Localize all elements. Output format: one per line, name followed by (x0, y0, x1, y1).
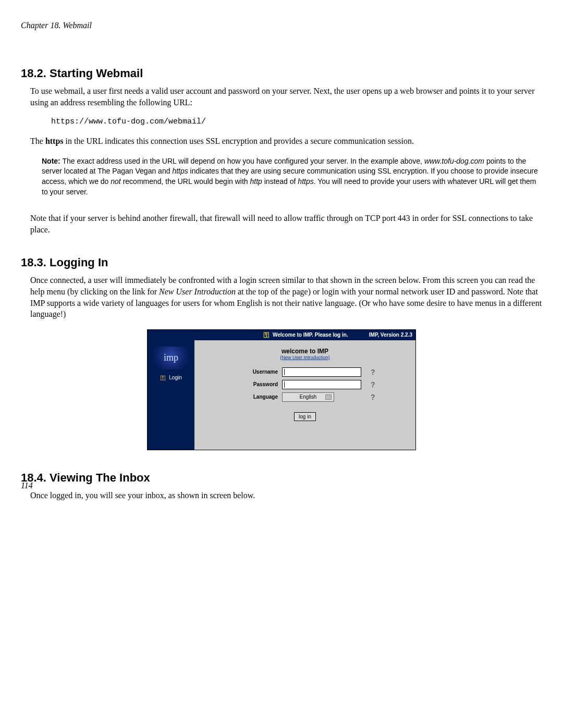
section-182-p2: The https in the URL indicates this conn… (30, 135, 542, 147)
language-label: Language (194, 394, 282, 400)
imp-top-title: Welcome to IMP. Please log in. (273, 332, 348, 338)
help-icon[interactable]: ? (371, 380, 375, 389)
new-user-link[interactable]: (New User Introduction) (194, 355, 415, 360)
language-select[interactable]: English (282, 392, 334, 402)
imp-topbar: ⚿ Welcome to IMP. Please log in. IMP, Ve… (148, 330, 415, 340)
username-label: Username (194, 369, 282, 375)
section-182-p1: To use webmail, a user first needs a val… (30, 85, 542, 108)
section-183-p1: Once connected, a user will immediately … (30, 275, 542, 319)
password-input[interactable] (282, 380, 361, 389)
text-cursor (284, 369, 285, 375)
note-label: Note: (42, 157, 60, 165)
url-code: https://www.tofu-dog.com/webmail/ (51, 117, 542, 126)
password-label: Password (194, 381, 282, 387)
text: instead of (262, 177, 298, 186)
note-not: not (111, 177, 120, 186)
note-http: http (250, 177, 262, 186)
text: in the URL indicates this connection use… (64, 137, 414, 145)
chapter-header: Chapter 18. Webmail (21, 21, 542, 30)
imp-logo: imp (153, 347, 189, 369)
imp-version: IMP, Version 2.2.3 (369, 332, 412, 338)
key-icon: ⚿ (160, 375, 166, 381)
text: The (30, 137, 45, 145)
note-https: https (172, 167, 188, 175)
welcome-heading: welcome to IMP (194, 348, 415, 355)
help-icon[interactable]: ? (371, 368, 375, 376)
note-domain: www.tofu-dog.com (424, 157, 484, 165)
imp-login-screenshot: ⚿ Welcome to IMP. Please log in. IMP, Ve… (147, 329, 416, 450)
login-button[interactable]: log in (294, 412, 316, 421)
imp-main: welcome to IMP (New User Introduction) U… (194, 340, 415, 450)
page-number: 114 (21, 481, 33, 490)
help-icon[interactable]: ? (371, 393, 375, 401)
section-182-title: 18.2. Starting Webmail (21, 67, 542, 80)
https-bold: https (45, 137, 64, 145)
text: The exact address used in the URL will d… (60, 157, 424, 165)
language-value: English (300, 394, 317, 400)
note-https2: https (298, 177, 313, 186)
section-182-p3: Note that if your server is behind anoth… (30, 213, 542, 235)
text-cursor (284, 381, 285, 388)
key-icon: ⚿ (263, 331, 270, 339)
sidebar-login-label: Login (169, 375, 181, 380)
sidebar-login-link[interactable]: ⚿ Login (148, 375, 194, 381)
section-184-title: 18.4. Viewing The Inbox (21, 471, 542, 485)
note-block: Note: The exact address used in the URL … (42, 156, 542, 197)
imp-sidebar: imp ⚿ Login (148, 340, 194, 450)
section-184-p1: Once logged in, you will see your inbox,… (30, 490, 542, 501)
new-user-intro-italic: New User Introduction (159, 287, 236, 296)
chevron-down-icon (325, 394, 332, 400)
section-183-title: 18.3. Logging In (21, 256, 542, 269)
text: recommend, the URL would begin with (121, 177, 250, 186)
username-input[interactable] (282, 367, 361, 377)
